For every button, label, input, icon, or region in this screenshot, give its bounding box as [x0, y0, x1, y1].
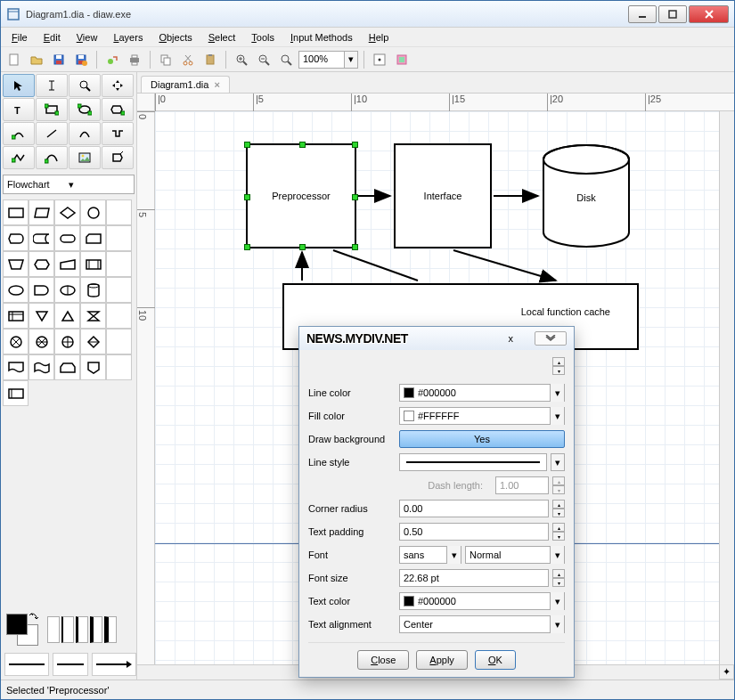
menu-file[interactable]: File — [4, 30, 35, 45]
menu-tools[interactable]: Tools — [244, 30, 282, 45]
dialog-ok-action[interactable]: OK — [475, 650, 516, 670]
export-button[interactable] — [102, 50, 122, 69]
navigator-button[interactable]: ✦ — [719, 664, 734, 680]
grid-toggle-button[interactable] — [370, 50, 389, 69]
shape-blank5[interactable] — [106, 303, 132, 329]
shape-manual-input[interactable] — [54, 251, 80, 277]
shape-document[interactable] — [3, 354, 29, 380]
fontsize-spinner[interactable]: ▴▾ — [552, 569, 565, 587]
shape-predefined[interactable] — [80, 251, 106, 277]
shape-database[interactable] — [80, 277, 106, 303]
snap-toggle-button[interactable] — [392, 50, 412, 69]
shape-card[interactable] — [80, 225, 106, 251]
shape-connector[interactable] — [80, 199, 106, 225]
fg-bg-colors[interactable] — [4, 612, 40, 647]
line-width-picker[interactable] — [47, 616, 133, 643]
tool-bezier[interactable] — [36, 146, 68, 169]
shape-merge[interactable] — [29, 303, 54, 329]
shape-or2[interactable] — [54, 329, 80, 354]
shape-extract[interactable] — [54, 303, 80, 329]
zoom-fit-button[interactable] — [276, 50, 296, 69]
padding-spinner[interactable]: ▴▾ — [552, 523, 565, 541]
shape-blank3[interactable] — [106, 251, 132, 277]
font-family-select[interactable]: sans▾ — [399, 546, 461, 564]
tool-zigzag[interactable] — [102, 122, 134, 145]
save-as-button[interactable] — [71, 50, 91, 69]
tool-line[interactable] — [36, 122, 68, 145]
arrow-end-select[interactable] — [92, 653, 136, 676]
line-dash-select[interactable] — [53, 653, 88, 676]
menu-view[interactable]: View — [69, 30, 105, 45]
zoom-out-button[interactable] — [254, 50, 274, 69]
tool-ellipse[interactable] — [69, 98, 101, 121]
tool-pointer[interactable] — [3, 74, 35, 97]
shape-sum[interactable] — [3, 329, 29, 354]
text-align-select[interactable]: Center▾ — [399, 615, 565, 633]
tool-polyline[interactable] — [3, 146, 35, 169]
tool-scroll[interactable] — [102, 74, 134, 97]
menu-help[interactable]: Help — [362, 30, 396, 45]
line-style-select[interactable] — [399, 453, 547, 471]
shape-or[interactable] — [29, 329, 54, 354]
dialog-close-action[interactable]: Close — [357, 650, 409, 670]
menu-select[interactable]: Select — [201, 30, 243, 45]
shape-category-select[interactable]: Flowchart ▾ — [3, 175, 135, 194]
shape-delay[interactable] — [29, 277, 54, 303]
tab-diagram1[interactable]: Diagram1.dia × — [141, 76, 230, 93]
menu-edit[interactable]: Edit — [37, 30, 68, 45]
fill-color-field[interactable]: #FFFFFF▾ — [399, 407, 565, 425]
font-size-field[interactable]: 22.68 pt — [399, 569, 549, 587]
corner-spinner[interactable]: ▴▾ — [552, 500, 565, 517]
tool-outline[interactable] — [102, 146, 134, 169]
shape-decision[interactable] — [54, 199, 80, 225]
text-padding-field[interactable]: 0.50 — [399, 523, 549, 541]
shape-preprocessor[interactable]: Preprocessor — [246, 143, 356, 248]
menu-objects[interactable]: Objects — [151, 30, 199, 45]
dialog-apply-action[interactable]: Apply — [416, 650, 468, 670]
shape-terminal[interactable] — [54, 225, 80, 251]
print-button[interactable] — [125, 50, 144, 69]
line-color-field[interactable]: #000000▾ — [399, 384, 565, 402]
fg-color[interactable] — [6, 614, 28, 635]
shape-preparation[interactable] — [29, 251, 54, 277]
text-color-field[interactable]: #000000▾ — [399, 592, 565, 610]
minimize-button[interactable] — [628, 5, 657, 23]
shape-stored-data[interactable] — [29, 225, 54, 251]
font-weight-select[interactable]: Normal▾ — [465, 546, 565, 564]
shape-sort[interactable] — [80, 329, 106, 354]
menu-input-methods[interactable]: Input Methods — [283, 30, 360, 45]
vertical-scrollbar[interactable] — [719, 111, 734, 664]
copy-button[interactable] — [156, 50, 176, 69]
shape-parallelogram[interactable] — [29, 199, 54, 225]
shape-offpage[interactable] — [80, 354, 106, 380]
arrow-start-select[interactable] — [4, 653, 49, 676]
line-style-dropdown[interactable]: ▾ — [551, 453, 565, 471]
zoom-in-button[interactable] — [232, 50, 251, 69]
tool-box[interactable] — [36, 98, 68, 121]
shape-blank7[interactable] — [106, 354, 132, 380]
shape-offpage-in[interactable] — [3, 380, 29, 406]
menu-layers[interactable]: Layers — [106, 30, 150, 45]
shape-ellipse2[interactable] — [3, 277, 29, 303]
shape-interface[interactable]: Interface — [394, 143, 492, 248]
shape-direct-data[interactable] — [54, 277, 80, 303]
tool-text-edit[interactable] — [36, 74, 68, 97]
shape-display[interactable] — [3, 225, 29, 251]
new-button[interactable] — [4, 50, 24, 69]
shape-process[interactable] — [3, 199, 29, 225]
shape-blank6[interactable] — [106, 329, 132, 354]
corner-radius-field[interactable]: 0.00 — [399, 500, 549, 517]
tool-magnify[interactable] — [69, 74, 101, 97]
tab-close-icon[interactable]: × — [214, 79, 219, 90]
tool-beziergon[interactable] — [3, 122, 35, 145]
dialog-close-button[interactable] — [535, 331, 567, 346]
tool-text[interactable]: T — [3, 98, 35, 121]
shape-blank1[interactable] — [106, 199, 132, 225]
shape-blank4[interactable] — [106, 277, 132, 303]
shape-blank2[interactable] — [106, 225, 132, 251]
paste-button[interactable] — [200, 50, 220, 69]
zoom-field[interactable]: 100% — [298, 51, 345, 69]
scroll-up-button[interactable]: ▴▾ — [552, 357, 565, 375]
shape-internal[interactable] — [3, 303, 29, 329]
open-button[interactable] — [27, 50, 46, 69]
